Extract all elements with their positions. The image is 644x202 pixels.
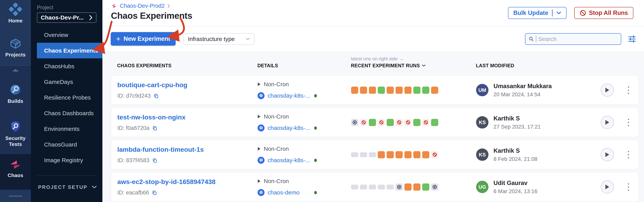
run-tile-orange[interactable] [431, 86, 438, 94]
run-tile-orange[interactable] [404, 151, 412, 158]
search-box [525, 33, 621, 45]
run-tile-green[interactable] [413, 86, 420, 94]
run-tile-orange[interactable] [404, 86, 412, 94]
run-tile-failed[interactable] [431, 151, 438, 158]
stop-all-runs-button[interactable]: Stop All Runs [574, 7, 633, 19]
rail-item-chaos[interactable]: Chaos [0, 158, 31, 178]
run-tile-failed[interactable] [404, 119, 412, 126]
rail-label-home: Home [0, 18, 31, 24]
schedule-label: Non-Cron [264, 113, 289, 120]
project-setup-label: PROJECT SETUP [38, 184, 88, 190]
sidebar-item-chaoshubs[interactable]: ChaosHubs [37, 58, 102, 74]
row-menu-button[interactable] [626, 85, 630, 95]
infrastructure-type-select[interactable]: Infrastructure type [183, 33, 254, 45]
run-tile-orange[interactable] [378, 151, 385, 158]
run-tile-failed[interactable] [378, 119, 385, 126]
prohibit-icon [580, 10, 586, 16]
run-tile-orange[interactable] [387, 86, 394, 94]
run-tile-orange[interactable] [413, 151, 420, 158]
sidebar-item-resilience-probes[interactable]: Resilience Probes [37, 90, 102, 105]
experiment-name-link[interactable]: lambda-function-timeout-1s [117, 146, 258, 153]
sidebar-item-chaos-dashboards[interactable]: Chaos Dashboards [37, 105, 102, 121]
run-tile-orange[interactable] [387, 151, 394, 158]
run-experiment-button[interactable] [601, 84, 614, 97]
run-tile-failed[interactable] [422, 119, 429, 126]
run-tile-orange[interactable] [404, 184, 412, 190]
sidebar-item-gamedays[interactable]: GameDays [37, 74, 102, 90]
row-menu-button[interactable] [626, 150, 630, 160]
project-selector-value: Chaos-Dev-Pr... [41, 14, 84, 21]
copy-icon[interactable] [152, 158, 158, 163]
run-tile-stopped[interactable] [431, 184, 438, 190]
rail-item-projects[interactable]: Projects [0, 37, 31, 58]
run-tile-failed[interactable] [360, 119, 367, 126]
details-cell: Non-Cron ☸ chaosday-k8s-... [258, 146, 351, 164]
experiment-rows: boutique-cart-cpu-hog ID: d7c9d243 Non-C… [111, 76, 638, 202]
kebab-dot [628, 157, 629, 158]
infrastructure-link[interactable]: chaos-demo [268, 189, 311, 196]
chevron-right-icon [89, 15, 92, 20]
breadcrumb-project-link[interactable]: Chaos-Dev-Prod2 [120, 3, 164, 9]
row-menu-button[interactable] [626, 182, 630, 192]
run-tile-stopped[interactable] [396, 184, 403, 190]
new-experiment-button[interactable]: + New Experiment [111, 32, 176, 46]
experiment-name-link[interactable]: boutique-cart-cpu-hog [117, 81, 258, 89]
run-experiment-button[interactable] [601, 116, 614, 129]
run-experiment-button[interactable] [601, 148, 614, 161]
sidebar-item-overview[interactable]: Overview [37, 27, 102, 43]
sidebar-item-image-registry[interactable]: Image Registry [37, 152, 102, 168]
sidebar-project-setup[interactable]: PROJECT SETUP [37, 182, 97, 192]
run-tile-green[interactable] [369, 119, 376, 126]
infrastructure-link[interactable]: chaosday-k8s-... [268, 92, 311, 99]
rail-resize-handle[interactable] [9, 196, 22, 196]
main-area: Chaos-Dev-Prod2 Chaos Experiments Bulk U… [102, 0, 644, 202]
experiment-name-link[interactable]: test-nw-loss-on-nginx [117, 114, 258, 121]
run-tile-green[interactable] [413, 119, 420, 126]
run-tile-orange[interactable] [396, 151, 403, 158]
infrastructure-link[interactable]: chaosday-k8s-... [268, 125, 311, 131]
avatar: KS [476, 116, 488, 128]
rail-item-security-tests[interactable]: Security Tests [0, 120, 31, 147]
kebab-dot [628, 190, 629, 191]
chevron-down-icon[interactable] [556, 12, 561, 14]
project-selector[interactable]: Chaos-Dev-Pr... [37, 12, 96, 23]
sidebar-item-environments[interactable]: Environments [37, 121, 102, 137]
recent-runs-strip [351, 151, 476, 158]
run-tile-orange[interactable] [369, 86, 376, 94]
rail-collapse-chevron-up[interactable] [0, 68, 31, 72]
kebab-dot [628, 151, 629, 152]
experiment-id: ID: f0a6720a [117, 125, 258, 131]
rail-item-home[interactable]: Home [0, 2, 31, 24]
run-experiment-button[interactable] [601, 180, 614, 194]
copy-icon[interactable] [152, 190, 157, 196]
sidebar-item-chaosguard[interactable]: ChaosGuard [37, 137, 102, 152]
run-tile-green[interactable] [378, 86, 385, 94]
column-header-recent-runs[interactable]: RECENT EXPERIMENT RUNS [351, 63, 476, 68]
infrastructure-link[interactable]: chaosday-k8s-... [268, 157, 311, 164]
row-menu-button[interactable] [626, 118, 630, 128]
search-input[interactable] [538, 36, 618, 42]
run-tile-green[interactable] [387, 119, 394, 126]
run-tile-failed[interactable] [396, 119, 403, 126]
experiment-id: ID: eacafb66 [117, 190, 258, 196]
experiment-name-link[interactable]: aws-ec2-stop-by-id-1658947438 [117, 178, 258, 186]
filter-button[interactable] [628, 35, 636, 44]
copy-icon[interactable] [154, 93, 159, 98]
run-tile-green[interactable] [422, 184, 429, 190]
run-tile-orange[interactable] [396, 86, 403, 94]
rail-item-builds[interactable]: Builds [0, 83, 31, 104]
bulk-update-button[interactable]: Bulk Update [508, 7, 566, 19]
kebab-dot [628, 119, 629, 120]
run-tile-orange[interactable] [360, 86, 367, 94]
run-tile-orange[interactable] [351, 86, 358, 94]
modified-info: Karthik S 8 Feb 2024, 21:08 [494, 147, 537, 162]
run-tile-green[interactable] [422, 86, 429, 94]
run-tile-green[interactable] [431, 119, 438, 126]
run-tile-orange[interactable] [422, 151, 429, 158]
experiment-row: lambda-function-timeout-1s ID: 837f4583 … [111, 140, 638, 169]
run-tile-stopped[interactable] [351, 119, 358, 126]
new-experiment-label: New Experiment [124, 35, 170, 42]
copy-icon[interactable] [152, 126, 158, 131]
run-tile-orange[interactable] [413, 184, 420, 190]
sidebar-item-chaos-experiments[interactable]: Chaos Experiments [37, 43, 102, 58]
